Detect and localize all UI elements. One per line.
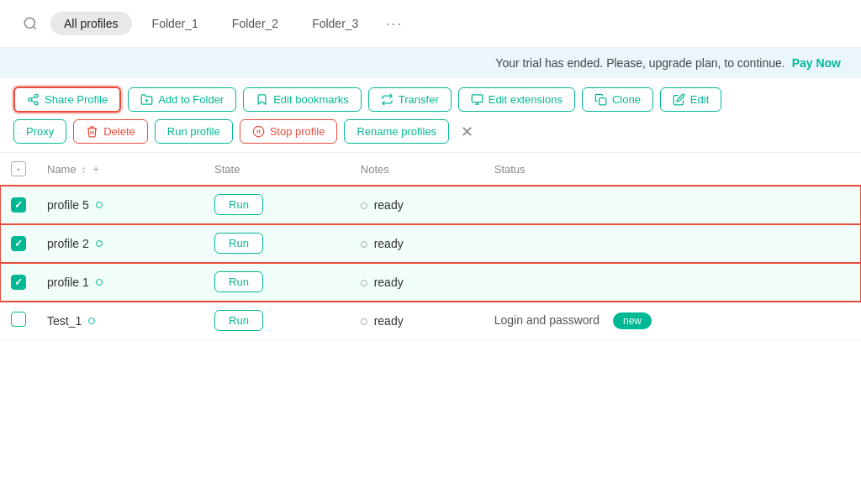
row3-notes-cell: ready — [351, 263, 484, 302]
toolbar: Share Profile Add to Folder Edit bookmar… — [0, 78, 861, 153]
row4-checkbox-cell — [0, 302, 37, 340]
row1-notes-dot — [361, 202, 367, 209]
tab-folder1[interactable]: Folder_1 — [139, 12, 212, 35]
rename-profiles-label: Rename profiles — [357, 125, 436, 138]
row1-notes-cell: ready — [351, 186, 484, 224]
run-profile-label: Run profile — [167, 125, 220, 138]
row2-status-dot — [96, 240, 103, 247]
svg-point-0 — [24, 18, 34, 28]
edit-button[interactable]: Edit — [660, 87, 721, 112]
row2-checkbox[interactable] — [11, 236, 26, 251]
table-header-row: Name ↕ + State Notes Status — [0, 153, 861, 186]
svg-line-5 — [31, 100, 34, 102]
share-profile-label: Share Profile — [45, 93, 108, 106]
edit-extensions-label: Edit extensions — [489, 93, 563, 106]
add-to-folder-label: Add to Folder — [158, 93, 224, 106]
name-header: Name ↕ + — [37, 153, 204, 186]
row2-state-ready: ready — [374, 237, 404, 250]
row3-state-cell: Run — [204, 263, 351, 302]
row4-status-dot — [88, 318, 95, 324]
row4-status-cell: Login and password new — [484, 302, 861, 340]
row2-status-cell — [484, 224, 861, 263]
svg-point-13 — [253, 126, 264, 137]
row3-status-cell — [484, 263, 861, 302]
table-row: Test_1 Run ready Login and password new — [0, 302, 861, 340]
row1-status-cell — [484, 186, 861, 224]
table-row: profile 1 Run ready — [0, 263, 861, 302]
svg-point-2 — [34, 94, 38, 97]
row4-name: Test_1 — [47, 314, 82, 328]
select-all-checkbox[interactable] — [11, 161, 26, 176]
search-icon[interactable] — [17, 10, 44, 37]
trial-banner: Your trial has ended. Please, upgrade pl… — [0, 48, 861, 78]
row4-state-ready: ready — [374, 314, 404, 328]
svg-point-4 — [34, 102, 38, 105]
add-to-folder-button[interactable]: Add to Folder — [128, 87, 236, 112]
row3-state-ready: ready — [374, 276, 404, 289]
state-header: State — [204, 153, 351, 186]
row2-notes-dot — [361, 241, 367, 248]
add-column-icon[interactable]: + — [92, 162, 99, 176]
status-header: Status — [484, 153, 861, 186]
row1-state-ready: ready — [374, 198, 404, 212]
toolbar-row2: Proxy Delete Run profile Stop profile R — [13, 119, 848, 144]
sort-icon[interactable]: ↕ — [81, 164, 86, 176]
proxy-label: Proxy — [26, 125, 54, 138]
more-tabs-button[interactable]: ··· — [378, 12, 409, 36]
stop-profile-button[interactable]: Stop profile — [240, 119, 338, 144]
row1-checkbox[interactable] — [11, 197, 26, 213]
row4-checkbox[interactable] — [11, 312, 26, 327]
row2-name-cell: profile 2 — [37, 224, 204, 263]
clone-label: Clone — [612, 93, 641, 106]
row1-state-cell: Run — [204, 186, 351, 224]
delete-label: Delete — [103, 125, 135, 138]
checkbox-header-cell — [0, 153, 37, 186]
row4-name-cell: Test_1 — [37, 302, 204, 340]
row1-checkbox-cell — [0, 186, 37, 224]
row3-checkbox[interactable] — [11, 275, 26, 290]
row2-run-button[interactable]: Run — [214, 233, 263, 254]
edit-extensions-button[interactable]: Edit extensions — [458, 87, 575, 112]
proxy-button[interactable]: Proxy — [13, 119, 66, 144]
transfer-label: Transfer — [399, 93, 439, 106]
row1-name-cell: profile 5 — [37, 186, 204, 224]
transfer-button[interactable]: Transfer — [368, 87, 452, 112]
svg-point-3 — [29, 98, 32, 102]
delete-button[interactable]: Delete — [73, 119, 148, 144]
row3-status-dot — [96, 279, 103, 286]
profiles-table: Name ↕ + State Notes Status — [0, 153, 861, 340]
svg-line-1 — [33, 26, 35, 29]
table-row: profile 5 Run ready — [0, 186, 861, 224]
notes-header: Notes — [351, 153, 484, 186]
clone-button[interactable]: Clone — [582, 87, 653, 112]
run-profile-button[interactable]: Run profile — [155, 119, 233, 144]
profiles-table-wrap: Name ↕ + State Notes Status — [0, 153, 861, 497]
row3-checkbox-cell — [0, 263, 37, 302]
stop-profile-label: Stop profile — [270, 125, 325, 138]
row4-run-button[interactable]: Run — [214, 310, 263, 331]
row2-notes-cell: ready — [351, 224, 484, 263]
edit-bookmarks-label: Edit bookmarks — [273, 93, 349, 106]
row3-run-button[interactable]: Run — [214, 271, 263, 292]
trial-message: Your trial has ended. Please, upgrade pl… — [495, 56, 784, 70]
row4-notes-text: Login and password — [494, 313, 600, 327]
row1-run-button[interactable]: Run — [214, 194, 263, 215]
svg-line-6 — [31, 97, 34, 98]
tab-all-profiles[interactable]: All profiles — [50, 12, 132, 35]
row2-checkbox-cell — [0, 224, 37, 263]
tab-folder3[interactable]: Folder_3 — [298, 12, 372, 35]
pay-now-link[interactable]: Pay Now — [792, 56, 841, 70]
edit-label: Edit — [690, 93, 709, 106]
svg-rect-9 — [472, 95, 483, 102]
close-toolbar-button[interactable]: ✕ — [456, 121, 478, 143]
rename-profiles-button[interactable]: Rename profiles — [344, 119, 449, 144]
row4-notes-cell: ready — [351, 302, 484, 340]
table-row: profile 2 Run ready — [0, 224, 861, 263]
row2-state-cell: Run — [204, 224, 351, 263]
tab-folder2[interactable]: Folder_2 — [219, 12, 292, 35]
edit-bookmarks-button[interactable]: Edit bookmarks — [243, 87, 362, 112]
share-profile-button[interactable]: Share Profile — [13, 87, 121, 113]
row2-name: profile 2 — [47, 237, 89, 250]
row3-name: profile 1 — [47, 276, 89, 289]
row4-notes-dot — [361, 318, 367, 325]
